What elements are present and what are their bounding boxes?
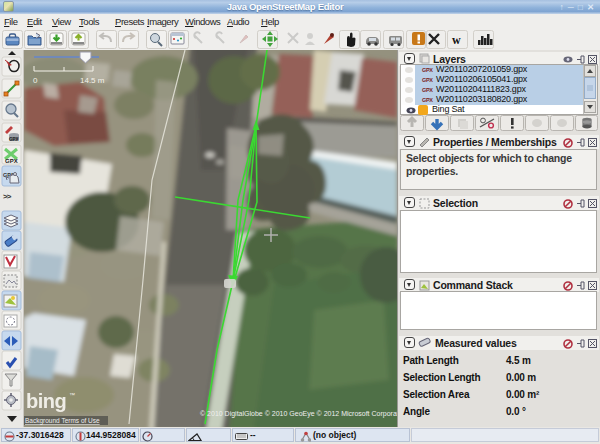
svg-text:© 2010 DigitalGlobe © 2010 Geo: © 2010 DigitalGlobe © 2010 GeoEye © 2012… [200, 410, 397, 418]
svg-text:14.5 m: 14.5 m [80, 76, 105, 85]
svg-text:GPX: GPX [9, 137, 19, 142]
svg-text:™: ™ [69, 392, 75, 398]
svg-text:>>: >> [3, 192, 12, 201]
svg-text:bing: bing [26, 390, 66, 412]
svg-text:0: 0 [33, 76, 38, 85]
svg-text:GPX: GPX [5, 158, 18, 164]
svg-text:Background Terms of Use: Background Terms of Use [25, 417, 100, 425]
svg-text:w: w [452, 33, 461, 47]
